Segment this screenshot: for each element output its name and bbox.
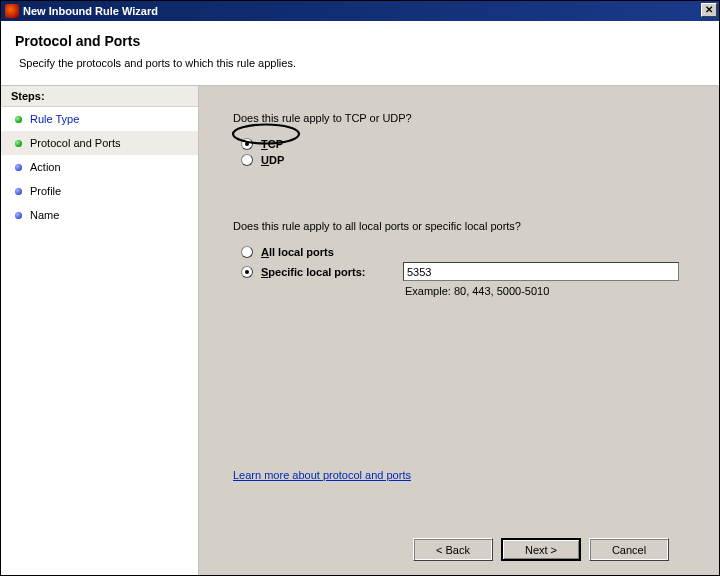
bullet-icon (15, 164, 22, 171)
radio-tcp[interactable]: TCP (241, 138, 685, 150)
step-label: Name (30, 209, 59, 221)
radio-label: TCP (261, 138, 283, 150)
step-protocol-ports[interactable]: Protocol and Ports (1, 131, 198, 155)
header-panel: Protocol and Ports Specify the protocols… (1, 21, 719, 86)
step-rule-type[interactable]: Rule Type (1, 107, 198, 131)
steps-sidebar: Steps: Rule Type Protocol and Ports Acti… (1, 86, 199, 575)
step-name[interactable]: Name (1, 203, 198, 227)
ports-example-text: Example: 80, 443, 5000-5010 (405, 285, 685, 297)
port-block: Does this rule apply to all local ports … (233, 220, 685, 297)
cancel-button[interactable]: Cancel (589, 538, 669, 561)
radio-label: UDP (261, 154, 284, 166)
question-ports: Does this rule apply to all local ports … (233, 220, 685, 232)
titlebar: New Inbound Rule Wizard ✕ (1, 1, 719, 21)
wizard-window: New Inbound Rule Wizard ✕ Protocol and P… (0, 0, 720, 576)
content-inner: Does this rule apply to TCP or UDP? TCP … (233, 112, 685, 528)
steps-heading: Steps: (1, 86, 198, 107)
bullet-icon (15, 188, 22, 195)
step-profile[interactable]: Profile (1, 179, 198, 203)
radio-icon (241, 154, 253, 166)
question-protocol: Does this rule apply to TCP or UDP? (233, 112, 685, 124)
bullet-icon (15, 212, 22, 219)
radio-icon (241, 138, 253, 150)
step-label: Rule Type (30, 113, 79, 125)
step-action[interactable]: Action (1, 155, 198, 179)
radio-all-ports[interactable]: All local ports (241, 246, 685, 258)
back-button[interactable]: < Back (413, 538, 493, 561)
radio-label: All local ports (261, 246, 403, 258)
step-label: Protocol and Ports (30, 137, 121, 149)
page-title: Protocol and Ports (15, 33, 701, 49)
bullet-icon (15, 140, 22, 147)
radio-specific-ports[interactable]: Specific local ports: (241, 262, 685, 281)
step-label: Action (30, 161, 61, 173)
close-button[interactable]: ✕ (701, 3, 717, 17)
page-subtitle: Specify the protocols and ports to which… (19, 57, 701, 69)
learn-more-link[interactable]: Learn more about protocol and ports (233, 469, 411, 481)
window-title: New Inbound Rule Wizard (23, 5, 158, 17)
specific-ports-input[interactable] (403, 262, 679, 281)
step-label: Profile (30, 185, 61, 197)
button-row: < Back Next > Cancel (233, 528, 685, 575)
radio-label: Specific local ports: (261, 266, 403, 278)
bullet-icon (15, 116, 22, 123)
radio-udp[interactable]: UDP (241, 154, 685, 166)
firewall-icon (5, 4, 19, 18)
next-button[interactable]: Next > (501, 538, 581, 561)
body-area: Steps: Rule Type Protocol and Ports Acti… (1, 86, 719, 575)
content-panel: Does this rule apply to TCP or UDP? TCP … (199, 86, 719, 575)
radio-icon (241, 266, 253, 278)
radio-icon (241, 246, 253, 258)
